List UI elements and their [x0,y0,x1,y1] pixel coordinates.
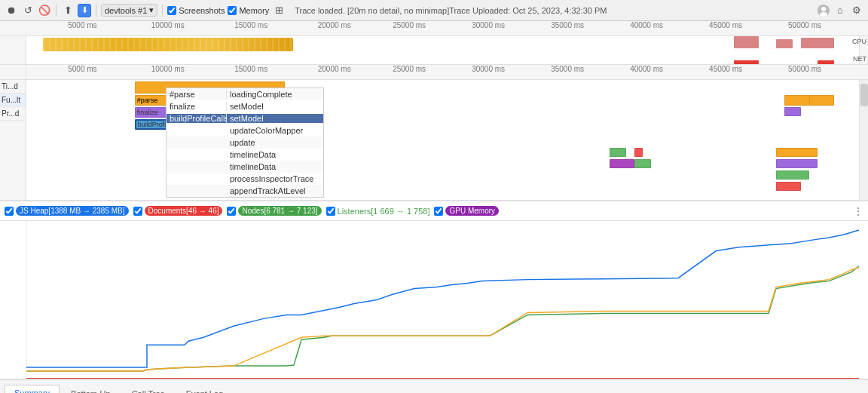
memory-toolbar: JS Heap[1388 MB → 2385 MB] Documents[46 … [0,201,868,221]
track-label-full: Fu...lt [0,94,26,107]
more-options-button[interactable]: ⋮ [853,205,863,217]
flame-bar-purple1[interactable] [784,107,801,116]
flame-bar-green2[interactable] [634,159,651,168]
upload-icon[interactable]: ⬆ [61,4,75,17]
popup-row-5[interactable]: update [167,137,323,149]
tab-bottom-up[interactable]: Bottom-Up [61,385,121,393]
screenshots-label: Screenshots [179,6,225,15]
listeners-checkbox[interactable] [326,207,335,216]
flame-bar-orange2[interactable] [809,95,834,106]
filter-icon[interactable]: ⊞ [272,4,286,17]
mini-chart: CPU NET [0,36,868,65]
ruler-5000: 5000 ms [68,21,96,29]
separator [56,5,57,17]
popup-5-right: update [227,138,323,147]
popup-row-build[interactable]: buildProfileCalls setModel [167,112,323,124]
ruler-10000: 10000 ms [151,21,185,29]
flame-bar-green1[interactable] [610,148,626,157]
ruler-35000: 35000 ms [551,21,584,29]
popup-parse-left: #parse [167,90,227,99]
popup-9-right: appendTrackAtLevel [227,186,323,195]
popup-build-left: buildProfileCalls [167,114,227,123]
tab-summary[interactable]: Summary [5,385,60,393]
download-button[interactable]: ⬇ [78,4,91,17]
settings-icon[interactable]: ⚙ [850,4,863,17]
popup-row-6[interactable]: timelineData [167,149,323,161]
flame-bar-green3[interactable] [776,170,809,180]
memory-checkbox[interactable] [228,6,237,15]
flame-track-labels: Ti...d Fu...lt Pr...d [0,80,26,200]
memory-svg [0,221,868,379]
popup-finalize-left: finalize [167,102,227,111]
record-icon[interactable]: ⏺ [5,4,18,17]
flame-chart-content[interactable]: #parse finalize buildProfileCalls [26,80,859,200]
t2-5000: 5000 ms [68,65,96,73]
t2-45000: 45000 ms [709,65,742,73]
popup-row-7[interactable]: timelineData [167,161,323,173]
ruler-45000: 45000 ms [709,21,742,29]
memory-chart [0,221,868,379]
popup-row-4[interactable]: updateColorMapper [167,124,323,137]
listeners-counter[interactable]: Listeners[1 669 → 1 758] [326,207,430,216]
documents-badge: Documents[46 → 46] [145,206,223,216]
gpu-memory-checkbox[interactable] [434,207,443,216]
ruler-20000: 20000 ms [318,21,351,29]
user-avatar[interactable] [817,4,830,17]
flame-bar-orange3[interactable] [776,148,818,157]
flame-bar-label: #parse [137,97,158,104]
flame-chart: Ti...d Fu...lt Pr...d #parse finalize bu… [0,80,868,201]
t2-40000: 40000 ms [630,65,663,73]
ruler-15000: 15000 ms [234,21,267,29]
tab-selector[interactable]: devtools #1 ▾ [101,4,157,17]
home-icon[interactable]: ⌂ [833,4,847,17]
js-heap-badge: JS Heap[1388 MB → 2385 MB] [16,206,129,216]
t2-15000: 15000 ms [234,65,267,73]
popup-4-right: updateColorMapper [227,126,323,135]
screenshots-checkbox[interactable] [167,6,176,15]
toolbar: ⏺ ↺ 🚫 ⬆ ⬇ devtools #1 ▾ Screenshots Memo… [0,0,868,21]
popup-7-right: timelineData [227,162,323,171]
flame-scrollbar[interactable] [859,80,868,200]
t2-spacer [0,65,26,79]
clear-icon[interactable]: 🚫 [38,4,51,17]
t2-ruler: 5000 ms 10000 ms 15000 ms 20000 ms 25000… [26,65,859,79]
t2-20000: 20000 ms [318,65,351,73]
popup-row-9[interactable]: appendTrackAtLevel [167,185,323,197]
nodes-checkbox[interactable] [227,207,236,216]
tab-call-tree[interactable]: Call Tree [122,385,175,393]
flame-bar-purple2[interactable] [610,159,634,168]
gpu-memory-counter[interactable]: GPU Memory [434,206,499,216]
tab-bottomup-label: Bottom-Up [71,389,111,393]
js-heap-checkbox[interactable] [5,207,14,216]
flame-bar-purple3[interactable] [776,159,818,168]
popup-6-right: timelineData [227,150,323,159]
tab-event-log[interactable]: Event Log [176,385,234,393]
t2-50000: 50000 ms [788,65,821,73]
t2-30000: 30000 ms [472,65,505,73]
documents-checkbox[interactable] [133,207,142,216]
flame-bar-red2[interactable] [776,182,801,191]
popup-row-8[interactable]: processInspectorTrace [167,173,323,185]
listeners-label: Listeners[1 669 → 1 758] [338,207,430,216]
documents-counter[interactable]: Documents[46 → 46] [133,206,223,216]
flame-bar-red1[interactable] [634,148,643,157]
tab-summary-label: Summary [14,388,50,393]
refresh-icon[interactable]: ↺ [21,4,35,17]
popup-row-parse[interactable]: #parse loadingComplete [167,88,323,100]
nodes-badge: Nodes[6 781 → 7 123] [238,206,321,216]
tab-name: devtools #1 [105,6,147,15]
trace-info: Trace loaded. [20m no detail, no minimap… [289,6,814,15]
screenshots-toggle[interactable]: Screenshots [167,6,225,15]
js-heap-counter[interactable]: JS Heap[1388 MB → 2385 MB] [5,206,129,216]
nodes-counter[interactable]: Nodes[6 781 → 7 123] [227,206,321,216]
popup-parse-right: loadingComplete [227,90,323,99]
popup-build-right: setModel [227,114,323,123]
memory-toggle[interactable]: Memory [228,6,269,15]
memory-label: Memory [239,6,269,15]
scrollbar-thumb[interactable] [860,84,868,106]
t2-10000: 10000 ms [151,65,185,73]
popup-row-finalize[interactable]: finalize setModel [167,100,323,112]
chevron-down-icon: ▾ [149,5,154,15]
track-label-tid: Ti...d [0,80,26,94]
tab-calltree-label: Call Tree [132,389,165,393]
